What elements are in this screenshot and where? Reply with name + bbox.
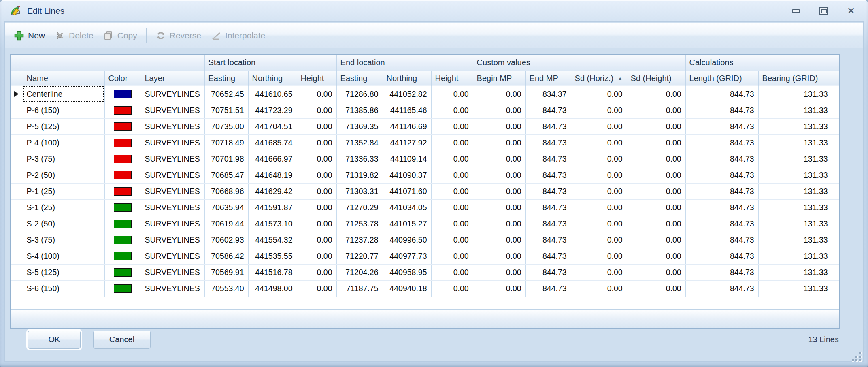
- value-cell[interactable]: 844.73: [685, 134, 758, 151]
- ok-button[interactable]: OK: [28, 331, 81, 349]
- value-cell[interactable]: 0.00: [627, 167, 685, 183]
- value-cell[interactable]: 0.00: [297, 151, 336, 167]
- value-cell[interactable]: 0.00: [571, 151, 627, 167]
- value-cell[interactable]: 844.73: [685, 183, 758, 199]
- value-cell[interactable]: 441090.37: [383, 167, 431, 183]
- value-cell[interactable]: 0.00: [627, 183, 685, 199]
- value-cell[interactable]: 71270.29: [336, 199, 383, 216]
- value-cell[interactable]: 0.00: [473, 280, 525, 297]
- value-cell[interactable]: 0.00: [297, 232, 336, 248]
- group-header-start-location[interactable]: Start location: [204, 55, 336, 71]
- value-cell[interactable]: 0.00: [473, 199, 525, 216]
- value-cell[interactable]: 0.00: [627, 248, 685, 264]
- value-cell[interactable]: 70652.45: [204, 86, 248, 102]
- value-cell[interactable]: 71385.86: [336, 102, 383, 118]
- value-cell[interactable]: 441554.32: [248, 232, 297, 248]
- column-header-end-mp[interactable]: End MP: [525, 71, 571, 86]
- value-cell[interactable]: 70553.40: [204, 280, 248, 297]
- value-cell[interactable]: 0.00: [571, 248, 627, 264]
- value-cell[interactable]: 0.00: [571, 134, 627, 151]
- value-cell[interactable]: 131.33: [758, 118, 832, 134]
- value-cell[interactable]: 441165.46: [383, 102, 431, 118]
- value-cell[interactable]: 844.73: [685, 280, 758, 297]
- row-selector[interactable]: [11, 151, 23, 167]
- color-cell[interactable]: [104, 216, 141, 232]
- name-cell[interactable]: S-6 (150): [23, 280, 104, 297]
- value-cell[interactable]: 131.33: [758, 102, 832, 118]
- value-cell[interactable]: 0.00: [431, 102, 473, 118]
- value-cell[interactable]: 71253.78: [336, 216, 383, 232]
- value-cell[interactable]: 844.73: [525, 102, 571, 118]
- value-cell[interactable]: 441015.27: [383, 216, 431, 232]
- name-cell[interactable]: S-4 (100): [23, 248, 104, 264]
- value-cell[interactable]: 441591.87: [248, 199, 297, 216]
- color-cell[interactable]: [104, 280, 141, 297]
- name-cell[interactable]: S-5 (125): [23, 264, 104, 280]
- column-header-bearing-grid-[interactable]: Bearing (GRID): [758, 71, 832, 86]
- color-cell[interactable]: [104, 232, 141, 248]
- value-cell[interactable]: 131.33: [758, 167, 832, 183]
- layer-cell[interactable]: SURVEYLINES: [141, 248, 204, 264]
- color-cell[interactable]: [104, 167, 141, 183]
- name-cell[interactable]: P-1 (25): [23, 183, 104, 199]
- value-cell[interactable]: 71220.77: [336, 248, 383, 264]
- group-header-custom-values[interactable]: Custom values: [473, 55, 685, 71]
- value-cell[interactable]: 0.00: [473, 86, 525, 102]
- layer-cell[interactable]: SURVEYLINES: [141, 280, 204, 297]
- layer-cell[interactable]: SURVEYLINES: [141, 183, 204, 199]
- resize-grip[interactable]: [851, 351, 861, 361]
- value-cell[interactable]: 0.00: [473, 167, 525, 183]
- value-cell[interactable]: 0.00: [297, 264, 336, 280]
- value-cell[interactable]: 441146.69: [383, 118, 431, 134]
- cancel-button[interactable]: Cancel: [93, 331, 151, 349]
- row-selector[interactable]: [11, 102, 23, 118]
- value-cell[interactable]: 0.00: [431, 216, 473, 232]
- value-cell[interactable]: 0.00: [431, 232, 473, 248]
- value-cell[interactable]: 71303.31: [336, 183, 383, 199]
- close-button[interactable]: ✕: [846, 6, 856, 16]
- color-cell[interactable]: [104, 86, 141, 102]
- value-cell[interactable]: 70586.42: [204, 248, 248, 264]
- group-header-calculations[interactable]: Calculations: [685, 55, 832, 71]
- value-cell[interactable]: 844.73: [525, 248, 571, 264]
- row-selector[interactable]: [11, 280, 23, 297]
- maximize-button[interactable]: [818, 6, 829, 16]
- value-cell[interactable]: 131.33: [758, 134, 832, 151]
- value-cell[interactable]: 0.00: [627, 216, 685, 232]
- layer-cell[interactable]: SURVEYLINES: [141, 199, 204, 216]
- value-cell[interactable]: 844.73: [685, 199, 758, 216]
- value-cell[interactable]: 0.00: [571, 102, 627, 118]
- column-header-easting[interactable]: Easting: [204, 71, 248, 86]
- column-header-name[interactable]: Name: [23, 71, 104, 86]
- value-cell[interactable]: 0.00: [473, 183, 525, 199]
- value-cell[interactable]: 441685.74: [248, 134, 297, 151]
- value-cell[interactable]: 70635.94: [204, 199, 248, 216]
- layer-cell[interactable]: SURVEYLINES: [141, 102, 204, 118]
- value-cell[interactable]: 844.73: [685, 216, 758, 232]
- value-cell[interactable]: 441516.78: [248, 264, 297, 280]
- value-cell[interactable]: 131.33: [758, 199, 832, 216]
- value-cell[interactable]: 844.73: [685, 86, 758, 102]
- value-cell[interactable]: 0.00: [431, 151, 473, 167]
- value-cell[interactable]: 441071.60: [383, 183, 431, 199]
- layer-cell[interactable]: SURVEYLINES: [141, 134, 204, 151]
- value-cell[interactable]: 440958.95: [383, 264, 431, 280]
- color-cell[interactable]: [104, 199, 141, 216]
- color-cell[interactable]: [104, 183, 141, 199]
- color-cell[interactable]: [104, 102, 141, 118]
- value-cell[interactable]: 844.73: [685, 232, 758, 248]
- value-cell[interactable]: 131.33: [758, 248, 832, 264]
- value-cell[interactable]: 441610.65: [248, 86, 297, 102]
- value-cell[interactable]: 0.00: [297, 118, 336, 134]
- name-cell[interactable]: P-4 (100): [23, 134, 104, 151]
- value-cell[interactable]: 0.00: [571, 86, 627, 102]
- name-cell[interactable]: S-3 (75): [23, 232, 104, 248]
- value-cell[interactable]: 0.00: [473, 232, 525, 248]
- layer-cell[interactable]: SURVEYLINES: [141, 151, 204, 167]
- value-cell[interactable]: 0.00: [431, 183, 473, 199]
- value-cell[interactable]: 71369.35: [336, 118, 383, 134]
- row-selector[interactable]: [11, 134, 23, 151]
- value-cell[interactable]: 0.00: [627, 199, 685, 216]
- value-cell[interactable]: 441052.82: [383, 86, 431, 102]
- value-cell[interactable]: 0.00: [297, 183, 336, 199]
